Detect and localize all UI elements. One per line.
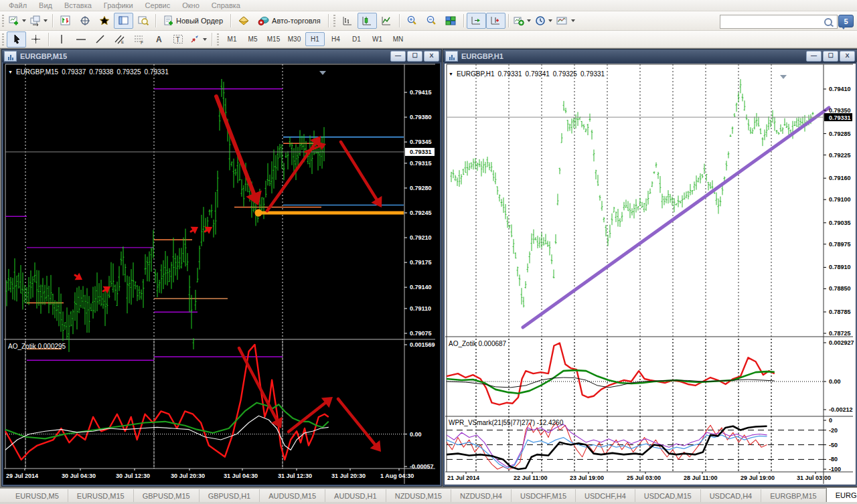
tab-NZDUSD,M15[interactable]: NZDUSD,M15 (386, 489, 451, 502)
auto-scroll-button[interactable] (467, 13, 486, 29)
tab-AUDUSD,H1[interactable]: AUDUSD,H1 (325, 489, 386, 502)
signal-marker-arrow[interactable] (191, 227, 198, 234)
tab-GBPUSD,H1[interactable]: GBPUSD,H1 (200, 489, 260, 502)
tab-EURUSD,M5[interactable]: EURUSD,M5 (7, 489, 68, 502)
svg-text:0.79350: 0.79350 (829, 107, 851, 114)
timeframe-button-M30[interactable]: M30 (285, 32, 304, 46)
timeframe-button-W1[interactable]: W1 (368, 32, 387, 46)
line-chart-button[interactable] (377, 13, 396, 29)
navigator-button[interactable] (94, 13, 114, 29)
tab-AUDUSD,M15[interactable]: AUDUSD,M15 (260, 489, 325, 502)
symbol-dropdown-icon[interactable]: ▼ (449, 72, 453, 76)
signal-marker-arrow[interactable] (205, 227, 212, 234)
symbol-dropdown-icon[interactable]: ▼ (8, 70, 13, 74)
tab-USDCHF,M15[interactable]: USDCHF,M15 (512, 489, 576, 502)
toolbar-grip[interactable] (2, 33, 4, 46)
crosshair-tool-button[interactable] (26, 31, 46, 48)
timeframe-button-M5[interactable]: M5 (243, 32, 262, 46)
metaeditor-button[interactable] (234, 13, 253, 29)
indicators-button[interactable] (512, 13, 533, 29)
zoom-out-button[interactable] (422, 13, 441, 29)
candlestick-chart-button[interactable] (358, 13, 377, 29)
left-chart-canvas[interactable]: 0.794150.793800.793450.793150.792800.792… (3, 63, 439, 484)
annotation-arrow[interactable] (216, 96, 262, 205)
new-order-button[interactable]: Новый Ордер (159, 13, 228, 29)
maximize-button[interactable]: ☐ (407, 51, 422, 62)
data-window-button[interactable] (75, 13, 94, 29)
svg-text:0.79225: 0.79225 (829, 152, 851, 159)
cursor-tool-button[interactable] (7, 31, 26, 48)
menu-item-Вставка[interactable]: Вставка (58, 1, 98, 10)
strategy-tester-button[interactable] (133, 13, 153, 29)
chart-shift-button[interactable] (486, 13, 505, 29)
new-chart-button[interactable] (7, 13, 28, 29)
left-quote-line: ▼ EURGBP,M15 0.79337 0.79338 0.79325 0.7… (8, 68, 169, 76)
annotation-arrow[interactable] (267, 136, 321, 211)
price-bars (6, 79, 325, 352)
zoom-out-icon (426, 15, 437, 26)
timeframe-button-H4[interactable]: H4 (326, 32, 345, 46)
minimize-button[interactable]: — (806, 51, 822, 62)
menu-item-Вид[interactable]: Вид (33, 1, 58, 10)
search-input[interactable] (720, 17, 824, 27)
notification-badge[interactable]: 5 (838, 15, 854, 27)
timeframe-button-MN[interactable]: MN (388, 32, 408, 46)
terminal-button[interactable] (114, 13, 133, 29)
autotrading-button[interactable]: Авто-торговля (253, 13, 325, 29)
periods-button[interactable] (533, 13, 554, 29)
tab-EURGBP,H1[interactable]: EURGBP,H1 (826, 487, 857, 502)
tab-GBPUSD,M15[interactable]: GBPUSD,M15 (134, 489, 200, 502)
horizontal-line-tool-button[interactable] (71, 31, 90, 48)
trendline-object[interactable] (523, 108, 829, 327)
menu-item-Сервис[interactable]: Сервис (139, 1, 177, 10)
tab-USDCHF,H4[interactable]: USDCHF,H4 (576, 489, 635, 502)
minimize-button[interactable]: — (390, 51, 406, 62)
arrow-objects-button[interactable] (187, 31, 209, 48)
signal-marker-arrow[interactable] (75, 273, 82, 280)
tab-USDCAD,M15[interactable]: USDCAD,M15 (635, 489, 701, 502)
menu-item-Графики[interactable]: Графики (98, 1, 139, 10)
svg-text:0.78910: 0.78910 (829, 264, 851, 270)
left-window-titlebar[interactable]: EURGBP,M15 — ☐ X (2, 50, 441, 62)
toolbar-grip[interactable] (217, 33, 219, 46)
trendline-tool-button[interactable] (90, 31, 110, 48)
vertical-line-tool-button[interactable] (52, 31, 71, 48)
tab-NZDUSD,H4[interactable]: NZDUSD,H4 (451, 489, 512, 502)
right-window-titlebar[interactable]: EURGBP,H1 — ☐ X (443, 50, 857, 62)
svg-text:0.79100: 0.79100 (829, 196, 851, 203)
bar-chart-button[interactable] (338, 13, 358, 29)
menu-item-Окно[interactable]: Окно (176, 1, 206, 10)
horizontal-line-object[interactable] (255, 209, 404, 217)
market-watch-button[interactable] (56, 13, 75, 29)
wpr-black (447, 426, 767, 469)
tab-EURUSD,M15[interactable]: EURUSD,M15 (68, 489, 134, 502)
fibonacci-tool-button[interactable]: F (129, 31, 149, 48)
equidistant-channel-tool-button[interactable]: E (110, 31, 129, 48)
profiles-button[interactable] (28, 13, 50, 29)
timeframe-toolbar: M1M5M15M30H1H4D1W1MN (222, 32, 408, 46)
metaeditor-icon (238, 15, 250, 26)
maximize-button[interactable]: ☐ (823, 51, 838, 62)
toolbar-grip[interactable] (2, 15, 4, 27)
tab-EURGBP,M15[interactable]: EURGBP,M15 (761, 489, 826, 502)
timeframe-button-M15[interactable]: M15 (264, 32, 283, 46)
svg-text:0.79175: 0.79175 (410, 259, 432, 266)
zoom-in-button[interactable] (402, 13, 422, 29)
menu-item-Файл[interactable]: Файл (3, 1, 33, 10)
templates-button[interactable] (554, 13, 577, 29)
tile-windows-button[interactable] (441, 13, 461, 29)
annotation-arrow[interactable] (338, 399, 381, 452)
close-button[interactable]: X (424, 51, 439, 62)
close-button[interactable]: X (840, 51, 855, 62)
new-order-icon (163, 15, 174, 26)
toolbar-grip[interactable] (333, 15, 335, 27)
text-label-tool-button[interactable]: T (168, 31, 187, 48)
search-icon[interactable] (824, 18, 832, 26)
equidistant-channel-icon: E (114, 34, 125, 44)
tab-USDCAD,H4[interactable]: USDCAD,H4 (701, 489, 762, 502)
timeframe-button-M1[interactable]: M1 (222, 32, 242, 46)
text-tool-button[interactable]: A (149, 31, 168, 48)
timeframe-button-D1[interactable]: D1 (347, 32, 366, 46)
timeframe-button-H1[interactable]: H1 (305, 32, 325, 46)
menu-item-Справка[interactable]: Справка (206, 1, 246, 10)
